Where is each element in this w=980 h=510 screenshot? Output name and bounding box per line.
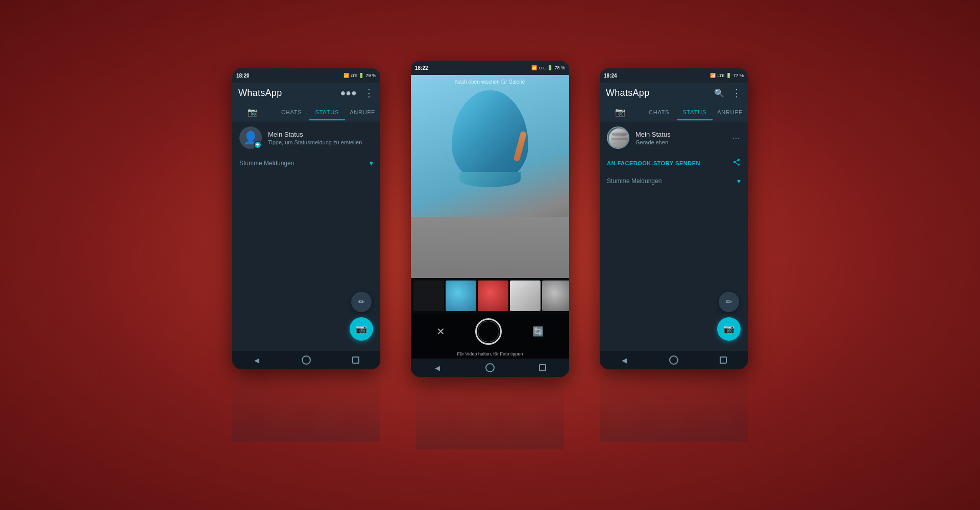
avatar-add-left: + [254, 141, 262, 149]
nav-back-right[interactable]: ◀ [617, 354, 632, 366]
helmet-stripe-2 [611, 138, 628, 140]
phone-left-wrapper: 18:20 📶 LTE 🔋 79 % WhatsApp ●●● ⋮ 📷 CHAT… [232, 68, 380, 442]
phone-right-wrapper: 18:24 📶 LTE 🔋 77 % WhatsApp 🔍 ⋮ 📷 CHATS [600, 68, 748, 442]
gallery-strip [411, 278, 569, 314]
nav-home-left[interactable] [299, 354, 314, 366]
status-bar-center: 18:22 📶 LTE 🔋 78 % [411, 61, 569, 75]
battery-pct-left: 79 % [365, 73, 376, 78]
battery-icon-center: 🔋 [547, 65, 553, 70]
tab-chats-left[interactable]: CHATS [274, 104, 310, 120]
helmet-stripe-1 [611, 133, 627, 136]
battery-pct-center: 78 % [554, 65, 565, 70]
signal-icon-right: 📶 [710, 73, 716, 78]
app-content-right: Mein Status Gerade eben ⋯ AN FACEBOOK-ST… [600, 121, 748, 351]
gallery-thumb-2[interactable] [478, 280, 508, 311]
gallery-thumb-0[interactable] [413, 280, 444, 311]
nav-home-center[interactable] [482, 362, 498, 374]
time-left: 18:20 [236, 73, 250, 79]
stool-bottom [459, 172, 521, 187]
fab-container-right: ✏ 📷 [717, 292, 741, 341]
fb-row-right[interactable]: AN FACEBOOK-STORY SENDEN [600, 154, 748, 172]
time-center: 18:22 [415, 65, 428, 71]
phone-center-wrapper: 18:22 📶 LTE 🔋 78 % Nach oben wischen für… [411, 61, 569, 449]
nav-square-shape-right [720, 356, 727, 364]
status-more-menu-right[interactable]: ⋯ [732, 133, 741, 143]
signal-icon-center: 📶 [531, 65, 537, 70]
my-avatar-container-right [607, 126, 629, 149]
nav-bar-left: ◀ [232, 351, 380, 369]
nav-square-right[interactable] [716, 354, 731, 366]
header-icons-left: ●●● ⋮ [340, 87, 374, 99]
stool-object [449, 90, 531, 192]
nav-home-circle-left [302, 355, 311, 365]
flip-camera-button[interactable]: 🔄 [532, 326, 544, 337]
tab-camera-right[interactable]: 📷 [600, 103, 642, 121]
pencil-fab-left[interactable]: ✏ [351, 292, 372, 312]
nav-square-center[interactable] [535, 362, 550, 374]
search-icon-left[interactable]: ●●● [340, 88, 357, 98]
flash-button[interactable]: ✕ [436, 325, 445, 338]
shutter-button[interactable] [475, 318, 502, 345]
camera-view: Nach oben wischen für Galerie [411, 75, 569, 359]
status-icons-left: 📶 LTE 🔋 79 % [344, 73, 376, 78]
header-icons-right: 🔍 ⋮ [714, 87, 742, 99]
mute-row-left[interactable]: Stumme Meldungen ▾ [232, 154, 380, 172]
pencil-fab-right[interactable]: ✏ [719, 292, 739, 312]
helmet-avatar [608, 128, 629, 149]
nav-square-shape-center [539, 364, 546, 371]
tab-status-right[interactable]: STATUS [677, 104, 713, 120]
my-avatar-right [607, 126, 629, 149]
my-status-name-left: Mein Status [268, 131, 373, 138]
camera-hint-bottom: Für Video halten, für Foto tippen [411, 349, 569, 359]
tab-chats-right[interactable]: CHATS [642, 104, 677, 120]
battery-icon: 🔋 [358, 73, 364, 78]
battery-pct-right: 77 % [733, 73, 744, 78]
status-text-left: Mein Status Tippe, um Statusmeldung zu e… [268, 131, 373, 145]
camera-floor [411, 217, 569, 278]
nav-back-center[interactable]: ◀ [430, 362, 445, 374]
camera-tab-icon: 📷 [248, 108, 258, 116]
menu-icon-right[interactable]: ⋮ [731, 87, 742, 99]
status-icons-center: 📶 LTE 🔋 78 % [531, 65, 565, 70]
nav-home-right[interactable] [666, 354, 681, 366]
fb-share-icon-right [732, 158, 741, 168]
fab-container-left: ✏ 📷 [350, 292, 373, 341]
battery-icon-right: 🔋 [726, 73, 731, 78]
mute-row-right[interactable]: Stumme Meldungen ▾ [600, 172, 748, 190]
nav-square-left[interactable] [348, 354, 363, 366]
camera-hint-top: Nach oben wischen für Galerie [411, 79, 569, 85]
tab-status-left[interactable]: STATUS [309, 104, 345, 120]
gallery-thumb-4[interactable] [542, 280, 569, 311]
search-icon-right[interactable]: 🔍 [714, 88, 724, 98]
time-right: 18:24 [604, 73, 617, 79]
nav-back-left[interactable]: ◀ [249, 354, 264, 366]
camera-fab-left[interactable]: 📷 [350, 317, 373, 341]
nav-home-circle-center [485, 363, 495, 372]
status-bar-left: 18:20 📶 LTE 🔋 79 % [232, 68, 380, 83]
camera-fab-right[interactable]: 📷 [717, 317, 741, 341]
camera-image: Nach oben wischen für Galerie [411, 75, 569, 278]
tabs-right: 📷 CHATS STATUS ANRUFE [600, 103, 748, 121]
camera-tab-icon-right: 📷 [615, 108, 626, 116]
tab-anrufe-right[interactable]: ANRUFE [713, 104, 748, 120]
nav-home-circle-right [669, 355, 678, 365]
nav-bar-center: ◀ [411, 359, 569, 377]
phone-right: 18:24 📶 LTE 🔋 77 % WhatsApp 🔍 ⋮ 📷 CHATS [600, 68, 748, 369]
tabs-left: 📷 CHATS STATUS ANRUFE [232, 103, 380, 121]
tab-anrufe-left[interactable]: ANRUFE [345, 104, 381, 120]
menu-icon-left[interactable]: ⋮ [364, 87, 374, 99]
tab-camera-left[interactable]: 📷 [232, 103, 274, 121]
my-status-item-right[interactable]: Mein Status Gerade eben ⋯ [600, 121, 748, 154]
stool-top [452, 90, 528, 182]
nav-square-shape-left [352, 356, 359, 364]
gallery-thumb-3[interactable] [510, 280, 541, 311]
gallery-thumb-1[interactable] [446, 280, 476, 311]
mute-chevron-right: ▾ [737, 177, 741, 185]
phone-left-reflection [232, 370, 380, 442]
phone-center: 18:22 📶 LTE 🔋 78 % Nach oben wischen für… [411, 61, 569, 377]
signal-icon: 📶 [344, 73, 349, 78]
phone-left: 18:20 📶 LTE 🔋 79 % WhatsApp ●●● ⋮ 📷 CHAT… [232, 68, 380, 369]
my-status-item-left[interactable]: 👤 + Mein Status Tippe, um Statusmeldung … [232, 121, 380, 154]
app-header-right: WhatsApp 🔍 ⋮ [600, 83, 748, 103]
my-status-name-right: Mein Status [635, 131, 726, 138]
